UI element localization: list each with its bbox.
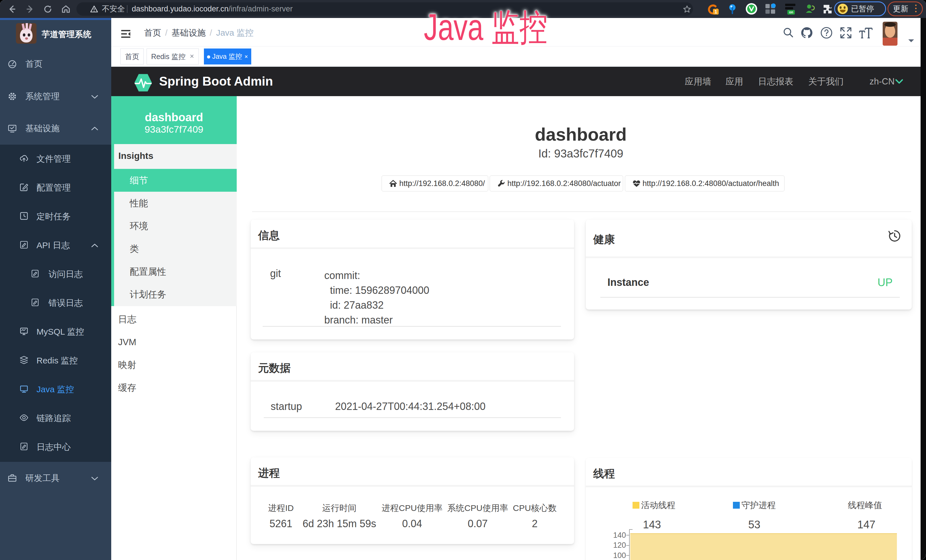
svg-text:on: on	[789, 10, 793, 14]
svg-text:1: 1	[714, 9, 717, 15]
